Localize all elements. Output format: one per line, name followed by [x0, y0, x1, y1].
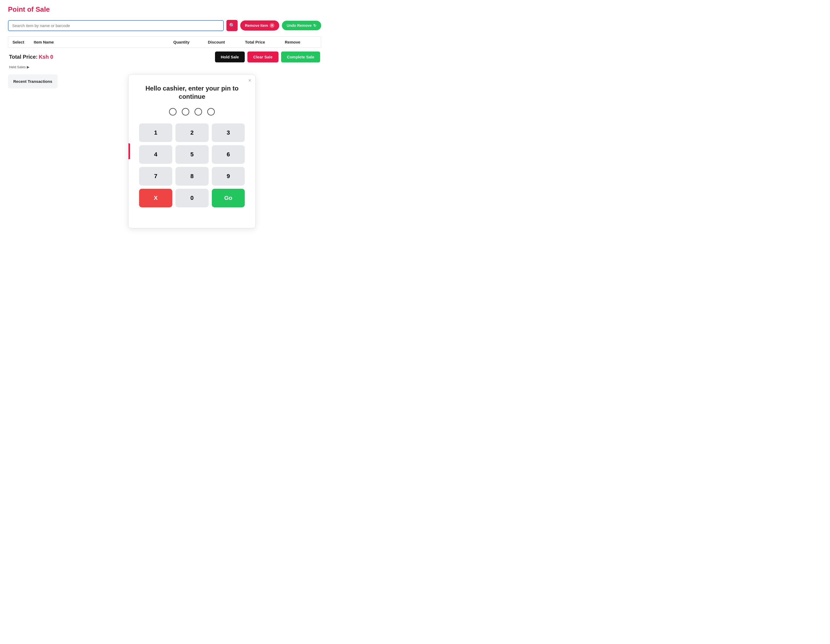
action-buttons: Hold Sale Clear Sale Complete Sale — [215, 51, 320, 62]
remove-close-icon: ✕ — [270, 23, 274, 28]
key-6[interactable]: 6 — [212, 145, 245, 164]
table-header: Select Item Name Quantity Discount Total… — [8, 36, 321, 48]
col-item-name: Item Name — [34, 40, 173, 44]
pin-dots — [136, 108, 247, 116]
search-input[interactable] — [8, 20, 224, 31]
clear-sale-button[interactable]: Clear Sale — [247, 51, 279, 62]
key-go[interactable]: Go — [212, 189, 245, 207]
undo-remove-label: Undo Remove — [287, 23, 312, 28]
pin-dot-1 — [169, 108, 176, 116]
page-title: Point of Sale — [8, 5, 321, 14]
recent-transactions-label: Recent Transactions — [13, 79, 52, 84]
hold-sale-button[interactable]: Hold Sale — [215, 51, 245, 62]
key-2[interactable]: 2 — [176, 124, 209, 142]
col-quantity: Quantity — [173, 40, 208, 44]
total-row: Total Price: Ksh 0 Hold Sale Clear Sale … — [8, 51, 321, 62]
modal-overlay: × Hello cashier, enter your pin to conti… — [63, 75, 321, 228]
key-4[interactable]: 4 — [139, 145, 172, 164]
recent-transactions-panel: Recent Transactions — [8, 75, 58, 89]
col-total-price: Total Price — [245, 40, 285, 44]
total-value: Ksh 0 — [39, 54, 53, 60]
key-0[interactable]: 0 — [176, 189, 209, 207]
key-5[interactable]: 5 — [176, 145, 209, 164]
search-icon: 🔍 — [229, 22, 235, 29]
key-7[interactable]: 7 — [139, 167, 172, 186]
held-sales-label: Held Sales — [9, 65, 26, 69]
key-cancel[interactable]: X — [139, 189, 172, 207]
col-remove: Remove — [285, 40, 317, 44]
held-sales-icon: ▶ — [27, 65, 30, 69]
pin-dot-2 — [182, 108, 189, 116]
keypad: 1 2 3 4 5 6 7 8 9 X 0 Go — [136, 124, 247, 207]
pin-modal: × Hello cashier, enter your pin to conti… — [128, 75, 256, 228]
total-label: Total Price: — [9, 54, 37, 60]
key-8[interactable]: 8 — [176, 167, 209, 186]
remove-item-button[interactable]: Remove Item ✕ — [240, 21, 279, 30]
search-row: 🔍 Remove Item ✕ Undo Remove ↻ — [8, 20, 321, 31]
search-button[interactable]: 🔍 — [227, 20, 238, 31]
held-sales-row[interactable]: Held Sales ▶ — [8, 65, 321, 69]
pin-modal-title: Hello cashier, enter your pin to continu… — [136, 84, 247, 101]
total-price-display: Total Price: Ksh 0 — [9, 54, 53, 60]
pin-dot-3 — [195, 108, 202, 116]
pin-dot-4 — [207, 108, 215, 116]
main-content: Recent Transactions × Hello cashier, ent… — [8, 75, 321, 228]
undo-icon: ↻ — [313, 23, 317, 28]
red-accent-bar — [128, 143, 130, 159]
modal-close-button[interactable]: × — [249, 78, 251, 83]
key-1[interactable]: 1 — [139, 124, 172, 142]
complete-sale-button[interactable]: Complete Sale — [281, 51, 320, 62]
key-9[interactable]: 9 — [212, 167, 245, 186]
col-discount: Discount — [208, 40, 245, 44]
undo-remove-button[interactable]: Undo Remove ↻ — [282, 21, 321, 30]
remove-item-label: Remove Item — [245, 23, 268, 28]
key-3[interactable]: 3 — [212, 124, 245, 142]
col-select: Select — [13, 40, 34, 44]
